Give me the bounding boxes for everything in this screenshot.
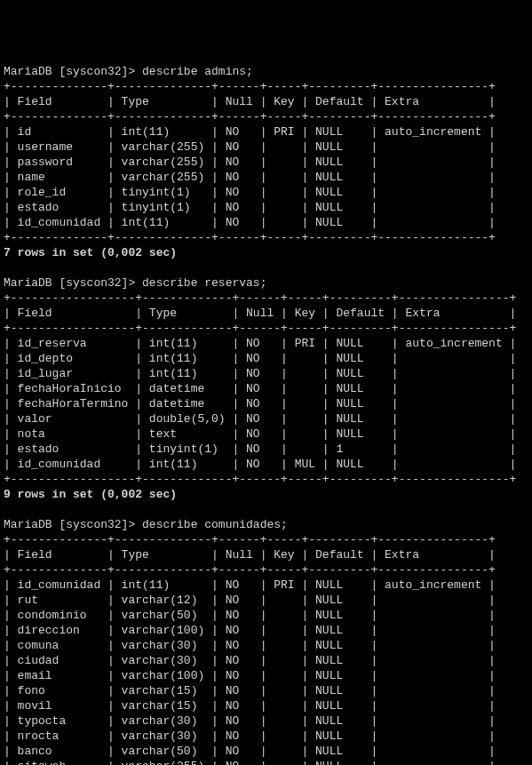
- table-row: | rut | varchar(12) | NO | | NULL | |: [4, 594, 496, 607]
- table-row: | fono | varchar(15) | NO | | NULL | |: [4, 684, 496, 697]
- table-row: | estado | tinyint(1) | NO | | NULL | |: [4, 201, 496, 214]
- table-separator: +--------------+--------------+------+--…: [4, 533, 496, 546]
- table-row: | ciudad | varchar(30) | NO | | NULL | |: [4, 654, 496, 667]
- table-header-row: | Field | Type | Null | Key | Default | …: [4, 95, 496, 108]
- table-row: | id_comunidad | int(11) | NO | | NULL |…: [4, 216, 496, 229]
- table-row: | direccion | varchar(100) | NO | | NULL…: [4, 624, 496, 637]
- table-row: | nota | text | NO | | NULL | |: [4, 427, 516, 441]
- command-text: describe reservas;: [142, 276, 266, 290]
- table-separator: +--------------+--------------+------+--…: [4, 563, 496, 577]
- table-row: | fechaHoraInicio | datetime | NO | | NU…: [4, 382, 516, 395]
- table-row: | role_id | tinyint(1) | NO | | NULL | |: [4, 186, 496, 199]
- table-row: | fechaHoraTermino | datetime | NO | | N…: [4, 397, 516, 410]
- prompt-prefix: MariaDB [syscon32]>: [4, 65, 142, 78]
- table-row: | comuna | varchar(30) | NO | | NULL | |: [4, 639, 496, 652]
- table-row: | siteweb | varchar(255) | NO | | NULL |…: [4, 760, 496, 765]
- table-separator: +------------------+-------------+------…: [4, 291, 516, 305]
- table-header-row: | Field | Type | Null | Key | Default | …: [4, 307, 516, 320]
- prompt-line[interactable]: MariaDB [syscon32]> describe reservas;: [4, 276, 266, 290]
- table-separator: +------------------+-------------+------…: [4, 322, 516, 335]
- table-row: | id_lugar | int(11) | NO | | NULL | |: [4, 367, 516, 380]
- table-separator: +--------------+--------------+------+--…: [4, 110, 496, 124]
- table-row: | typocta | varchar(30) | NO | | NULL | …: [4, 714, 496, 728]
- prompt-prefix: MariaDB [syscon32]>: [4, 518, 142, 531]
- prompt-line[interactable]: MariaDB [syscon32]> describe comunidades…: [4, 518, 288, 531]
- table-row: | username | varchar(255) | NO | | NULL …: [4, 140, 496, 154]
- result-summary: 7 rows in set (0,002 sec): [4, 246, 177, 259]
- terminal-output: MariaDB [syscon32]> describe admins; +--…: [4, 64, 528, 765]
- table-row: | id_comunidad | int(11) | NO | PRI | NU…: [4, 578, 496, 592]
- table-row: | condominio | varchar(50) | NO | | NULL…: [4, 609, 496, 622]
- table-row: | id_reserva | int(11) | NO | PRI | NULL…: [4, 337, 516, 350]
- prompt-prefix: MariaDB [syscon32]>: [4, 276, 142, 290]
- table-separator: +--------------+--------------+------+--…: [4, 80, 496, 93]
- table-row: | id_depto | int(11) | NO | | NULL | |: [4, 352, 516, 365]
- table-row: | valor | double(5,0) | NO | | NULL | |: [4, 412, 516, 426]
- prompt-line[interactable]: MariaDB [syscon32]> describe admins;: [4, 65, 253, 78]
- table-row: | banco | varchar(50) | NO | | NULL | |: [4, 745, 496, 758]
- table-header-row: | Field | Type | Null | Key | Default | …: [4, 548, 496, 562]
- table-separator: +--------------+--------------+------+--…: [4, 231, 496, 244]
- command-text: describe admins;: [142, 65, 253, 78]
- table-row: | estado | tinyint(1) | NO | | 1 | |: [4, 442, 516, 456]
- table-row: | id_comunidad | int(11) | NO | MUL | NU…: [4, 458, 516, 471]
- table-row: | id | int(11) | NO | PRI | NULL | auto_…: [4, 125, 496, 139]
- command-text: describe comunidades;: [142, 518, 288, 531]
- table-row: | password | varchar(255) | NO | | NULL …: [4, 155, 496, 169]
- table-row: | nrocta | varchar(30) | NO | | NULL | |: [4, 729, 496, 743]
- table-row: | movil | varchar(15) | NO | | NULL | |: [4, 699, 496, 713]
- table-row: | email | varchar(100) | NO | | NULL | |: [4, 669, 496, 682]
- table-separator: +------------------+-------------+------…: [4, 473, 516, 486]
- result-summary: 9 rows in set (0,002 sec): [4, 488, 177, 501]
- table-row: | name | varchar(255) | NO | | NULL | |: [4, 171, 496, 184]
